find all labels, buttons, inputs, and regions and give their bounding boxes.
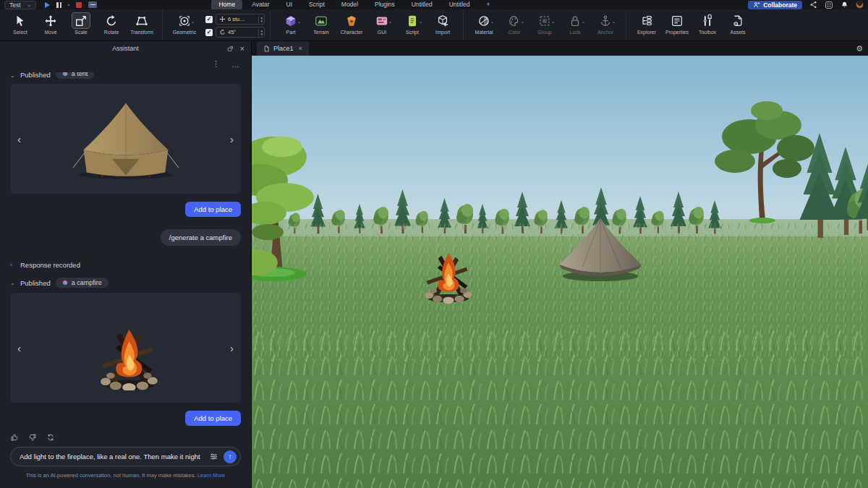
tool-group-snap: ⌄ Geometric ✓ 6 stu… ▴▾ ✓ 45° <box>163 9 271 40</box>
tab-untitled-1[interactable]: Untitled <box>404 0 440 9</box>
chevron-down-icon[interactable]: ⌄ <box>612 19 616 24</box>
stepper-down-icon[interactable]: ▾ <box>260 20 263 23</box>
snap-rotate-checkbox[interactable]: ✓ <box>205 29 213 36</box>
material-button[interactable]: ⌄ Material <box>469 11 499 40</box>
toolbox-button[interactable]: Toolbox <box>692 11 723 40</box>
chevron-down-icon[interactable]: ⌄ <box>490 19 494 24</box>
stop-icon[interactable] <box>76 2 82 8</box>
terrain-button[interactable]: Terrain <box>306 11 336 40</box>
pause-icon[interactable] <box>56 2 61 8</box>
gui-button[interactable]: ⌄ GUI <box>367 11 397 40</box>
chevron-down-icon[interactable]: ⌄ <box>521 19 524 24</box>
generated-asset-icon <box>62 280 68 286</box>
asset-badge-tent[interactable]: a tent <box>56 72 95 79</box>
group-button[interactable]: ⌄ Group <box>529 11 560 40</box>
viewport-3d-scene[interactable] <box>252 56 868 488</box>
share-icon[interactable] <box>809 1 817 9</box>
published-row-campfire[interactable]: ⌄ Published a campfire <box>10 278 241 288</box>
script-button[interactable]: ⌄ Script <box>397 11 427 40</box>
place-tab[interactable]: Place1 × <box>257 41 309 56</box>
stepper-down-icon[interactable]: ▾ <box>260 33 263 36</box>
send-button[interactable]: ↑ <box>224 450 237 463</box>
character-button[interactable]: Character <box>336 11 367 40</box>
lock-button[interactable]: ⌄ Lock <box>560 11 590 40</box>
ellipsis-menu-icon[interactable]: … <box>231 60 239 69</box>
asset-preview-card-tent[interactable]: ‹ › <box>10 84 241 194</box>
explorer-button[interactable]: Explorer <box>631 11 662 40</box>
asset-preview-card-campfire[interactable]: ‹ › <box>10 293 241 403</box>
transform-tool[interactable]: Transform <box>127 11 157 40</box>
chevron-collapsed-icon[interactable]: › <box>10 262 15 268</box>
run-profile-dropdown[interactable]: Test ⌄ <box>4 1 36 9</box>
user-avatar[interactable] <box>856 1 864 9</box>
assistant-conversation[interactable]: ⌄ Published a tent ‹ › Add to place /gen… <box>0 72 251 488</box>
color-button[interactable]: ⌄ Color <box>499 11 529 40</box>
tab-script[interactable]: Script <box>302 0 332 9</box>
snap-move-stepper[interactable]: 6 stu… ▴▾ <box>216 14 265 25</box>
play-icon[interactable] <box>45 2 50 8</box>
close-tab-icon[interactable]: × <box>299 45 302 52</box>
carousel-next-icon[interactable]: › <box>230 133 234 145</box>
asset-badge-campfire[interactable]: a campfire <box>56 278 109 288</box>
viewport-column: Place1 × ⚙ <box>252 41 868 488</box>
thumbs-up-icon[interactable] <box>10 433 19 442</box>
properties-button[interactable]: Properties <box>662 11 692 40</box>
published-row-tent[interactable]: ⌄ Published a tent <box>10 72 241 79</box>
chevron-down-icon[interactable]: ⌄ <box>582 19 585 24</box>
chevron-down-icon[interactable]: ⌄ <box>388 19 392 24</box>
geometric-mode-button[interactable]: ⌄ Geometric <box>168 11 201 40</box>
grass-texture-near <box>252 330 868 488</box>
assistant-composer: ↑ <box>10 447 241 466</box>
pause-options-dot-icon[interactable] <box>68 4 69 6</box>
chevron-down-icon[interactable]: ⌄ <box>297 19 301 24</box>
chevron-down-icon[interactable]: ⌄ <box>419 19 422 24</box>
regenerate-icon[interactable] <box>46 433 55 442</box>
assets-doc-gear-icon <box>731 14 744 27</box>
chevron-down-icon[interactable]: ⌄ <box>191 19 195 24</box>
snap-move-checkbox[interactable]: ✓ <box>205 16 213 23</box>
import-button[interactable]: Import <box>427 11 458 40</box>
document-tab-bar: Place1 × ⚙ <box>252 41 868 56</box>
add-to-place-button-tent[interactable]: Add to place <box>185 202 241 217</box>
add-tab-button[interactable]: + <box>480 0 498 9</box>
popout-icon[interactable] <box>227 46 234 52</box>
part-cube-icon <box>284 14 297 27</box>
scale-box-icon <box>75 14 88 27</box>
tab-avatar[interactable]: Avatar <box>244 0 276 9</box>
anchor-button[interactable]: ⌄ Anchor <box>590 11 621 40</box>
tab-home[interactable]: Home <box>211 0 242 9</box>
move-tool[interactable]: Move <box>35 11 66 40</box>
select-tool[interactable]: Select <box>5 11 35 40</box>
tab-model[interactable]: Model <box>334 0 365 9</box>
tab-untitled-2[interactable]: Untitled <box>442 0 477 9</box>
scale-tool[interactable]: Scale <box>66 11 96 40</box>
tab-ui[interactable]: UI <box>279 0 300 9</box>
thumbs-down-icon[interactable] <box>28 433 37 442</box>
composer-options-icon[interactable] <box>209 452 218 461</box>
close-icon[interactable]: × <box>240 44 244 53</box>
response-recorded-row[interactable]: › Response recorded <box>10 261 241 269</box>
assets-button[interactable]: Assets <box>723 11 753 40</box>
chevron-expanded-icon[interactable]: ⌄ <box>10 280 15 286</box>
carousel-prev-icon[interactable]: ‹ <box>17 342 21 354</box>
tab-plugins[interactable]: Plugins <box>367 0 402 9</box>
add-to-place-button-campfire[interactable]: Add to place <box>185 411 241 426</box>
snap-rotate-stepper[interactable]: 45° ▴▾ <box>216 27 265 38</box>
send-arrow-icon: ↑ <box>229 453 232 461</box>
run-controls <box>45 1 97 8</box>
assistant-prompt-input[interactable] <box>20 453 204 461</box>
carousel-next-icon[interactable]: › <box>230 342 234 354</box>
chevron-down-icon: ⌄ <box>27 2 32 8</box>
chevron-down-icon[interactable]: ⌄ <box>551 19 555 24</box>
viewport-settings-gear-icon[interactable]: ⚙ <box>856 44 863 53</box>
collaborate-button[interactable]: Collaborate <box>748 1 802 9</box>
step-icon[interactable] <box>88 1 97 8</box>
chevron-expanded-icon[interactable]: ⌄ <box>10 72 15 79</box>
learn-more-link[interactable]: Learn More <box>197 472 225 479</box>
notifications-bell-icon[interactable] <box>841 1 848 9</box>
rotate-tool[interactable]: Rotate <box>96 11 127 40</box>
part-button[interactable]: ⌄ Part <box>276 11 306 40</box>
kebab-menu-icon[interactable]: ⋮ <box>212 59 220 69</box>
carousel-prev-icon[interactable]: ‹ <box>17 133 21 145</box>
capture-icon[interactable] <box>825 1 833 9</box>
